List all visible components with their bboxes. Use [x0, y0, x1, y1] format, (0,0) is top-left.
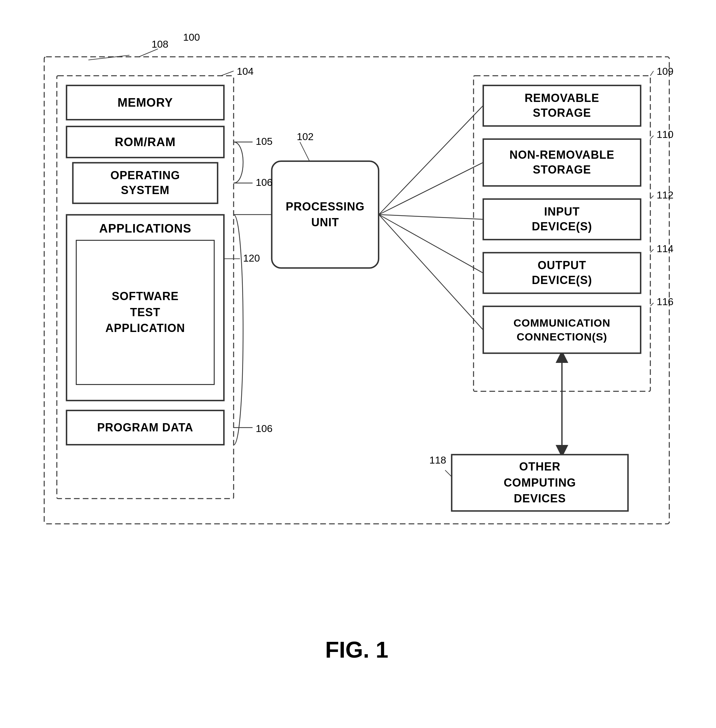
svg-line-18 — [379, 162, 483, 215]
operating-system-box: OPERATINGSYSTEM — [73, 162, 218, 204]
ref-114: 114 — [657, 243, 674, 255]
diagram: MEMORY ROM/RAM OPERATINGSYSTEM APPLICATI… — [25, 19, 688, 682]
ref-106b: 106 — [256, 423, 272, 434]
input-device-box: INPUTDEVICE(S) — [483, 199, 641, 240]
non-removable-storage-box: NON-REMOVABLESTORAGE — [483, 139, 641, 186]
ref-109: 109 — [657, 66, 674, 77]
ref-112: 112 — [657, 189, 674, 201]
svg-line-25 — [88, 55, 129, 60]
ref-106a: 106 — [256, 177, 272, 188]
svg-line-31 — [650, 136, 654, 139]
figure-label: FIG. 1 — [325, 637, 388, 663]
ref-100: 100 — [183, 32, 200, 43]
svg-line-28 — [221, 71, 234, 76]
communication-connection-box: COMMUNICATIONCONNECTION(S) — [483, 306, 641, 353]
svg-line-17 — [379, 106, 483, 215]
rom-ram-box: ROM/RAM — [66, 126, 224, 158]
ref-120: 120 — [243, 253, 260, 264]
output-device-box: OUTPUTDEVICE(S) — [483, 253, 641, 294]
svg-line-34 — [650, 303, 654, 306]
svg-line-27 — [300, 142, 309, 161]
ref-102: 102 — [297, 131, 314, 143]
ref-110: 110 — [657, 129, 674, 141]
ref-104: 104 — [237, 66, 253, 77]
software-test-application-box: SOFTWARETESTAPPLICATION — [76, 240, 215, 385]
svg-line-21 — [379, 215, 483, 330]
ref-116: 116 — [657, 296, 674, 308]
memory-box: MEMORY — [66, 85, 224, 120]
svg-line-33 — [650, 249, 654, 253]
svg-line-19 — [379, 215, 483, 219]
program-data-box: PROGRAM DATA — [66, 410, 224, 445]
svg-line-32 — [650, 196, 654, 199]
svg-line-30 — [650, 71, 654, 76]
ref-108: 108 — [152, 38, 168, 50]
svg-line-20 — [379, 215, 483, 273]
removable-storage-box: REMOVABLESTORAGE — [483, 85, 641, 126]
ref-105: 105 — [256, 136, 272, 147]
other-computing-devices-box: OTHERCOMPUTINGDEVICES — [451, 454, 628, 511]
svg-line-35 — [445, 470, 451, 477]
ref-118: 118 — [429, 454, 446, 466]
processing-unit-box: PROCESSINGUNIT — [272, 161, 379, 268]
